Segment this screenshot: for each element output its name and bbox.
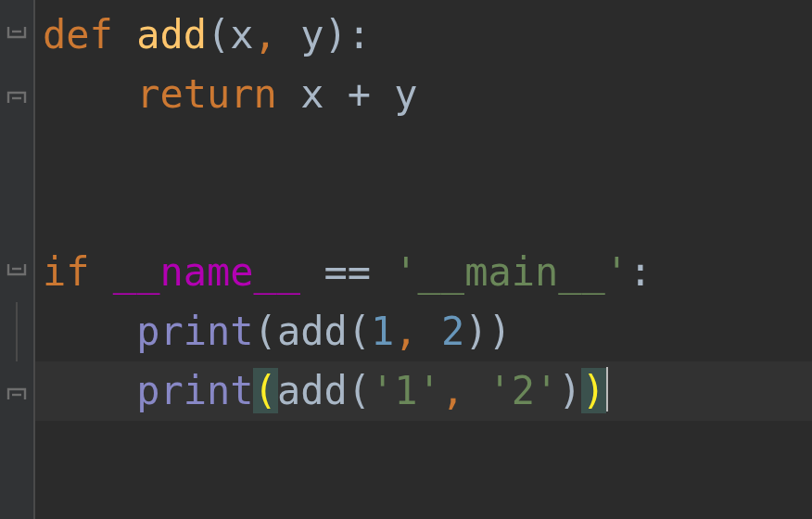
code-line[interactable]: print(add(1, 2)) <box>35 302 812 361</box>
code-token: '__main__' <box>394 249 628 295</box>
fold-toggle-icon[interactable] <box>6 24 28 46</box>
code-line[interactable] <box>35 124 812 184</box>
text-caret <box>606 367 608 411</box>
code-line[interactable]: def add(x, y): <box>35 6 812 65</box>
code-token: : <box>628 249 652 295</box>
code-token: , <box>254 12 301 57</box>
code-token: )) <box>464 309 512 354</box>
code-token: add <box>136 12 207 57</box>
code-token: if <box>43 249 113 295</box>
code-token: x <box>300 71 348 117</box>
fold-toggle-icon[interactable] <box>6 261 28 284</box>
code-token: __name__ <box>113 249 324 295</box>
code-token: 1 <box>371 309 394 354</box>
code-token: , <box>394 309 441 354</box>
code-editor[interactable]: def add(x, y): return x + yif __name__ =… <box>0 0 812 519</box>
code-token: add( <box>277 309 371 354</box>
fold-end-icon <box>6 380 28 402</box>
matched-brace: ) <box>581 368 606 413</box>
code-token: y <box>371 71 418 117</box>
matched-brace: ( <box>253 368 278 413</box>
code-line[interactable]: return x + y <box>35 65 812 124</box>
code-area[interactable]: def add(x, y): return x + yif __name__ =… <box>35 0 812 519</box>
code-line[interactable]: print(add('1', '2')) <box>35 361 812 421</box>
code-token: ( <box>254 309 277 354</box>
code-token: 2 <box>441 309 464 354</box>
code-line[interactable]: if __name__ == '__main__': <box>35 243 812 302</box>
code-line[interactable] <box>35 184 812 243</box>
code-token: print <box>136 309 253 354</box>
code-token: print <box>136 368 253 413</box>
code-token: + <box>348 71 371 117</box>
gutter <box>0 0 35 519</box>
code-token: == <box>324 249 394 295</box>
code-token: , <box>441 368 488 413</box>
code-token: return <box>136 71 300 117</box>
code-token: y): <box>300 12 371 57</box>
code-token: ) <box>558 368 581 413</box>
code-token: (x <box>207 12 254 57</box>
code-token: def <box>43 12 136 57</box>
fold-end-icon <box>6 83 28 106</box>
code-token: add( <box>277 368 371 413</box>
code-token: '2' <box>488 368 558 413</box>
code-token: '1' <box>371 368 441 413</box>
